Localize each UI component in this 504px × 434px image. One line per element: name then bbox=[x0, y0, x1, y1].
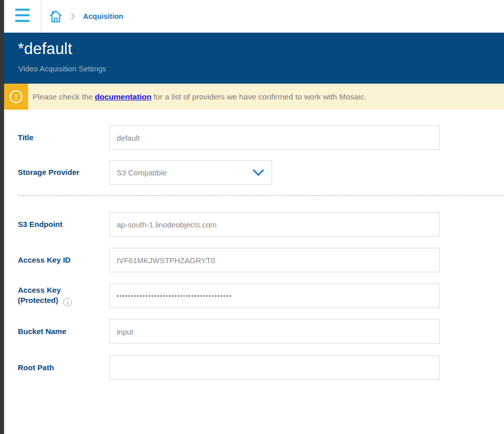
root-path-label: Root Path bbox=[18, 355, 98, 380]
menu-bar bbox=[15, 14, 30, 16]
storage-provider-label: Storage Provider bbox=[18, 160, 98, 185]
warning-text-after: for a list of providers we have confirme… bbox=[153, 92, 366, 101]
warning-text-before: Please check the bbox=[33, 92, 93, 101]
access-key-protected-label: Access Key (Protected) i bbox=[18, 284, 98, 308]
title-input[interactable] bbox=[109, 125, 440, 150]
menu-icon[interactable] bbox=[15, 9, 30, 22]
access-key-id-label: Access Key ID bbox=[18, 248, 98, 272]
left-edge-strip bbox=[0, 0, 4, 434]
app-root: Acquisition *default Video Acquisition S… bbox=[0, 0, 504, 434]
settings-form: Title Storage Provider S3 Compatible S3 … bbox=[4, 110, 504, 434]
documentation-link[interactable]: documentation bbox=[95, 92, 151, 101]
root-path-input[interactable] bbox=[109, 355, 440, 380]
warning-banner: ! Please check the documentation for a l… bbox=[4, 84, 504, 110]
breadcrumb: Acquisition bbox=[48, 0, 123, 33]
access-key-id-input[interactable] bbox=[109, 248, 440, 272]
s3-endpoint-label: S3 Endpoint bbox=[18, 212, 98, 237]
bucket-name-input[interactable] bbox=[109, 319, 440, 344]
page-header-band: *default Video Acquisition Settings bbox=[4, 33, 504, 84]
bucket-name-label: Bucket Name bbox=[18, 319, 98, 344]
access-key-protected-input[interactable] bbox=[109, 284, 440, 308]
menu-bar bbox=[15, 20, 30, 22]
topbar-divider bbox=[41, 0, 41, 33]
menu-bar bbox=[15, 9, 30, 11]
chevron-down-icon bbox=[252, 169, 264, 176]
chevron-right-icon bbox=[70, 12, 76, 20]
alert-circle-icon: ! bbox=[10, 90, 22, 103]
page-subtitle: Video Acquisition Settings bbox=[18, 64, 106, 73]
breadcrumb-current: Acquisition bbox=[83, 12, 123, 20]
top-bar: Acquisition bbox=[4, 0, 504, 33]
warning-message: Please check the documentation for a lis… bbox=[33, 84, 366, 110]
section-divider bbox=[18, 195, 504, 196]
storage-provider-value: S3 Compatible bbox=[117, 168, 167, 177]
home-icon[interactable] bbox=[48, 9, 64, 24]
title-label: Title bbox=[18, 125, 98, 150]
warning-icon-box: ! bbox=[4, 84, 28, 110]
s3-endpoint-input[interactable] bbox=[109, 212, 440, 237]
storage-provider-select[interactable]: S3 Compatible bbox=[109, 160, 272, 185]
info-icon[interactable]: i bbox=[63, 298, 72, 307]
page-title: *default bbox=[18, 40, 72, 58]
